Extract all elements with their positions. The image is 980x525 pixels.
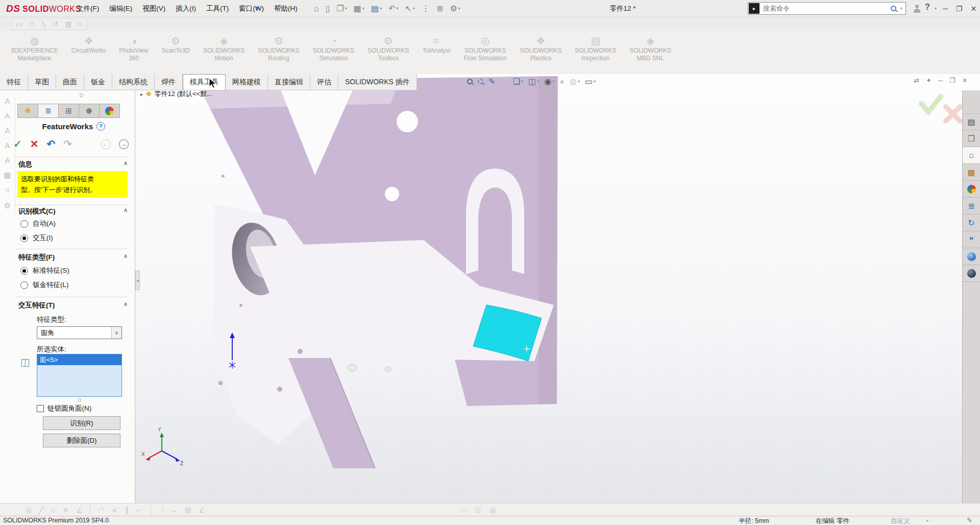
radio-standard-features[interactable]: 标准特征(S) <box>20 265 69 276</box>
recognize-button[interactable]: 识别(R) <box>43 416 120 430</box>
back-button[interactable]: ← <box>101 139 111 149</box>
tab-sketch[interactable]: 草图 <box>28 74 56 90</box>
cancel-button[interactable]: ✕ <box>30 138 39 150</box>
status-custom[interactable]: 自定义 <box>891 517 910 525</box>
mini-tool-4-icon[interactable]: ↺ <box>52 20 58 28</box>
tab-direct-editing[interactable]: 直接编辑 <box>268 74 310 90</box>
mini-tool-2-icon[interactable]: ◇ <box>29 20 35 28</box>
mini-tool-6-icon[interactable]: ≈ <box>78 20 82 28</box>
addin-solidworks-toolbox[interactable]: ⚙SOLIDWORKSToolbox <box>361 31 415 62</box>
annotation-stack-icon[interactable]: A <box>5 156 10 164</box>
radio-sheet-metal-features[interactable]: 钣金特征(L) <box>20 279 69 291</box>
grid-icon[interactable]: ⌗ <box>5 186 9 195</box>
taskpane-world[interactable] <box>963 265 980 282</box>
selected-entities-listbox[interactable]: 面<5> <box>37 354 122 397</box>
radio-interactive[interactable]: 交互(I) <box>20 232 53 244</box>
addin-solidworks-flow-simulation[interactable]: ◎SOLIDWORKSFlow Simulation <box>457 31 513 62</box>
taskpane-solidworks-forum[interactable]: ❝ <box>963 231 980 248</box>
hide-show-items-button[interactable]: ◉▾ <box>543 76 555 87</box>
menu-item[interactable]: 帮助(H) <box>269 0 303 17</box>
addin-solidworks-motion[interactable]: ◈SOLIDWORKSMotion <box>197 31 251 62</box>
tab-features[interactable]: 特征 <box>0 74 28 90</box>
search-input[interactable] <box>760 5 891 12</box>
qat-open-file-icon[interactable]: ❒▾ <box>335 3 348 14</box>
tab-sheet-metal[interactable]: 钣金 <box>84 74 112 90</box>
line-tool-icon[interactable]: ╱ <box>39 506 43 515</box>
mini-tool-1-icon[interactable]: ▭ <box>16 20 22 28</box>
annotation-balloon-icon[interactable]: A <box>5 111 10 120</box>
pin-icon[interactable]: ✦ <box>926 77 932 84</box>
pm-tab-configurations[interactable]: ⊞ <box>58 104 79 118</box>
display-style-button[interactable]: ◫▾ <box>527 76 540 87</box>
close-button[interactable]: ✕ <box>969 5 977 13</box>
radio-circle[interactable] <box>20 281 28 289</box>
undo-button[interactable]: ↶ <box>47 138 56 150</box>
mini-tool-5-icon[interactable]: ▥ <box>65 20 71 28</box>
feature-type-header[interactable]: 特征类型(F) ∧ <box>18 253 128 262</box>
addin-scanto3d[interactable]: ⚙ScanTo3D <box>155 31 197 55</box>
mirror-tool-icon[interactable]: ≺ <box>111 506 118 515</box>
menu-item[interactable]: 编辑(E) <box>104 0 137 17</box>
annotation-add-icon[interactable]: A <box>5 141 10 150</box>
radio-automatic[interactable]: 自动(A) <box>20 218 56 229</box>
edit-appearance-button[interactable]: ● <box>558 76 566 87</box>
panel-help-button[interactable]: ? <box>96 122 105 131</box>
corner-tool-icon[interactable]: ⌐ <box>136 506 140 514</box>
search-icon[interactable] <box>891 6 896 11</box>
tab-surfaces[interactable]: 曲面 <box>56 74 84 90</box>
tab-weldments[interactable]: 焊件 <box>155 74 183 90</box>
menu-item[interactable]: 工具(T) <box>201 0 234 17</box>
angle-dim-tool-icon[interactable]: ∠ <box>199 506 205 515</box>
magnified-selection-button[interactable]: ✎ <box>487 76 496 87</box>
minimize-button[interactable]: ─ <box>942 5 949 13</box>
taskpane-solidworks-resources[interactable]: ▤ <box>963 113 980 130</box>
feature-tree-root[interactable]: ▸ ❖ 零件12 (默认<<默... <box>140 89 212 99</box>
chain-fillet-checkbox[interactable] <box>37 405 44 412</box>
panel-splitter[interactable]: ◂ <box>135 271 140 290</box>
menu-item[interactable]: 插入(I) <box>170 0 201 17</box>
listbox-resize-handle[interactable] <box>78 398 81 402</box>
tab-evaluate[interactable]: 评估 <box>310 74 338 90</box>
settings-icon[interactable]: ⚙ <box>4 201 11 210</box>
next-button[interactable]: → <box>119 139 129 149</box>
delete-face-button[interactable]: 删除面(D) <box>43 434 120 447</box>
restore-doc-icon[interactable]: ❐ <box>949 77 955 84</box>
addin-solidworks-plastics[interactable]: ❖SOLIDWORKSPlastics <box>513 31 568 62</box>
pm-tab-propertymanager[interactable]: ≣ <box>38 104 59 118</box>
qat-rebuild-icon[interactable]: ≣ <box>435 3 445 14</box>
addin-solidworks-mbd-snl[interactable]: ◈SOLIDWORKSMBD SNL <box>623 31 678 62</box>
taskpane-update-sync[interactable]: ↻ <box>963 214 980 231</box>
radio-circle[interactable] <box>20 267 28 275</box>
qat-options-icon[interactable]: ⚙▾ <box>448 3 461 14</box>
qat-select-icon[interactable]: ↖▾ <box>404 3 416 14</box>
radio-circle[interactable] <box>20 220 28 228</box>
minimize-doc-icon[interactable]: ─ <box>938 77 943 84</box>
apply-scene-button[interactable]: ◍▾ <box>569 76 581 87</box>
addin-tolanalyst[interactable]: ⌗TolAnalyst <box>415 31 457 55</box>
tab-mold-tools[interactable]: 模具工具 <box>183 74 226 90</box>
taskpane-3dexperience[interactable] <box>963 248 980 265</box>
qat-undo-icon[interactable]: ↶▾ <box>387 3 400 14</box>
list-item-face[interactable]: 面<5> <box>37 354 121 365</box>
3d-model[interactable]: Y X Z <box>135 74 980 503</box>
qat-toggle-icon[interactable]: ⋮ <box>420 3 431 14</box>
feature-type-select[interactable]: 圆角 ∨ <box>37 326 122 339</box>
panel-handle[interactable] <box>80 93 83 97</box>
addin-solidworks-inspection[interactable]: ▤SOLIDWORKSInspection <box>568 31 623 62</box>
taskpane-custom-properties[interactable]: ≣ <box>963 198 980 214</box>
zoom-to-fit-button[interactable] <box>466 78 474 85</box>
faint-tool-2-icon[interactable]: ⊞ <box>475 506 481 515</box>
faint-tool-1-icon[interactable]: ▭ <box>459 506 467 515</box>
dimension-tool-icon[interactable]: ↔ <box>170 506 178 514</box>
addin-circuitworks[interactable]: ❖CircuitWorks <box>65 31 113 55</box>
addin-photoview-360[interactable]: ◑PhotoView360 <box>112 31 155 62</box>
custom-caret-icon[interactable]: ▴ <box>926 518 928 522</box>
spline-tool-icon[interactable]: ⋮ <box>148 506 155 515</box>
table-tool-icon[interactable]: ⊞ <box>185 506 191 515</box>
qat-print-icon[interactable]: ▤▾ <box>370 3 383 14</box>
circle-tool-icon[interactable]: ◎ <box>25 506 32 515</box>
search-box[interactable]: ▸ ▾ <box>748 2 906 15</box>
info-section-header[interactable]: 信息 ∧ <box>18 160 128 169</box>
annotation-note-icon[interactable]: A <box>5 97 10 105</box>
radio-circle[interactable] <box>20 234 28 242</box>
